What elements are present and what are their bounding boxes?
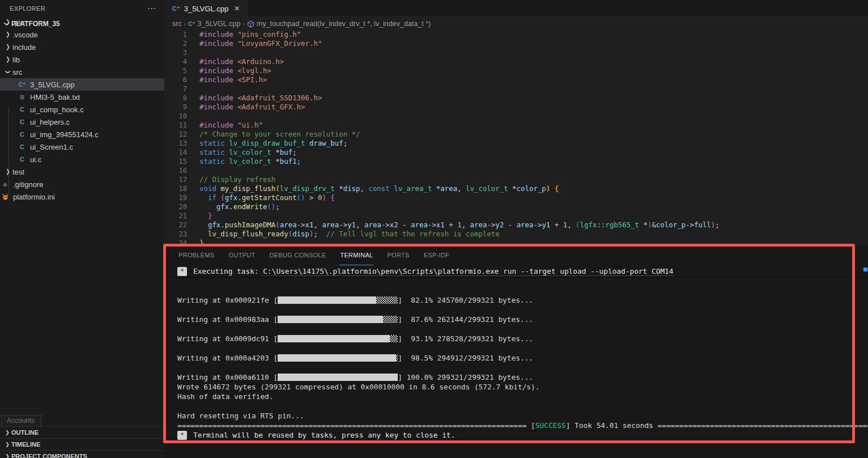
progress-bar-remainder bbox=[383, 316, 398, 323]
progress-detail: ] 93.1% 278528/299321 bytes... bbox=[398, 334, 533, 343]
progress-bar-fill bbox=[278, 354, 396, 362]
tree-file-hmi3-5-bak-txt[interactable]: ≣HMI3-5_bak.txt bbox=[0, 91, 164, 103]
tree-item-label: 3_5LVGL.cpp bbox=[30, 80, 75, 89]
terminal-success-line: ========================================… bbox=[177, 421, 868, 430]
progress-detail: ] 87.6% 262144/299321 bytes... bbox=[398, 315, 533, 324]
cpp-file-icon: C⁺ bbox=[188, 21, 195, 27]
breadcrumb-item[interactable]: C⁺3_5LVGL.cpp bbox=[188, 20, 240, 28]
code-text bbox=[187, 84, 199, 94]
code-editor[interactable]: 1#include "pins_config.h"2#include "Lovy… bbox=[164, 30, 868, 248]
line-number: 19 bbox=[164, 193, 187, 202]
more-actions-icon[interactable]: ⋯ bbox=[147, 3, 156, 14]
panel-tab-problems[interactable]: PROBLEMS bbox=[178, 245, 215, 265]
tree-item-label: ui.c bbox=[30, 155, 41, 164]
code-line: 18void my_disp_flush(lv_disp_drv_t *disp… bbox=[164, 184, 868, 193]
explorer-title: EXPLORER bbox=[10, 5, 45, 12]
chevron-right-icon: ❯ bbox=[3, 19, 12, 26]
progress-bar bbox=[278, 296, 398, 304]
progress-bar-remainder bbox=[390, 335, 398, 342]
code-text: /* Change to your screen resolution */ bbox=[187, 130, 360, 139]
panel-tab-output[interactable]: OUTPUT bbox=[228, 245, 256, 265]
success-badge: SUCCESS bbox=[535, 421, 566, 430]
section-project-components[interactable]: ❯PROJECT COMPONENTS bbox=[0, 450, 164, 458]
platformio-file-icon bbox=[0, 193, 10, 201]
task-text: Terminal will be reused by tasks, press … bbox=[193, 431, 455, 439]
c-file-icon: C bbox=[17, 106, 27, 113]
chevron-right-icon: ❯ bbox=[3, 430, 11, 435]
file-tree: ❯.pio❯.vscode❯include❯lib❯srcC⁺3_5LVGL.c… bbox=[0, 16, 164, 203]
line-number: 14 bbox=[164, 148, 187, 157]
tree-file-ui-comp-hook-c[interactable]: Cui_comp_hook.c bbox=[0, 103, 164, 116]
tree-file-platformio-ini[interactable]: platformio.ini bbox=[0, 190, 164, 203]
code-text: static lv_color_t *buf1; bbox=[187, 157, 301, 166]
symbol-method-icon bbox=[247, 20, 254, 28]
breadcrumb-item[interactable]: my_touchpad_read(lv_indev_drv_t *, lv_in… bbox=[247, 20, 431, 28]
task-badge: * bbox=[177, 431, 187, 440]
section-label: OUTLINE bbox=[11, 429, 39, 436]
panel-tab-ports[interactable]: PORTS bbox=[386, 245, 410, 265]
panel-tab-debug-console[interactable]: DEBUG CONSOLE bbox=[269, 245, 327, 265]
code-text: #include <Adafruit_SSD1306.h> bbox=[187, 94, 322, 103]
line-number: 18 bbox=[164, 184, 187, 193]
section-outline[interactable]: ❯OUTLINE bbox=[0, 426, 164, 438]
line-number: 17 bbox=[164, 175, 187, 184]
panel-tab-terminal[interactable]: TERMINAL bbox=[339, 245, 373, 265]
task-command-link[interactable]: C:\Users\14175\.platformio\penv\Scripts\… bbox=[263, 267, 673, 276]
vscode-window: EXPLORER ⋯ ❯ PLATFORM_35 ❯.pio❯.vscode❯i… bbox=[0, 0, 868, 458]
tree-file-ui-img-394551424-c[interactable]: Cui_img_394551424.c bbox=[0, 128, 164, 141]
code-line: 21 } bbox=[164, 211, 868, 220]
code-line: 8#include <Adafruit_SSD1306.h> bbox=[164, 94, 868, 103]
tab-3-5lvgl-cpp[interactable]: C⁺ 3_5LVGL.cpp ✕ bbox=[164, 0, 248, 17]
tree-folder-test[interactable]: ❯test bbox=[0, 166, 164, 178]
code-text: #include "LovyanGFX_Driver.h" bbox=[187, 39, 322, 48]
code-text: #include "ui.h" bbox=[187, 121, 263, 130]
code-line: 14static lv_color_t *buf; bbox=[164, 148, 868, 157]
tree-folder--vscode[interactable]: ❯.vscode bbox=[0, 28, 164, 41]
tree-file--gitignore[interactable]: ◆.gitignore bbox=[0, 178, 164, 190]
code-text: #include <Arduino.h> bbox=[187, 57, 284, 66]
progress-label: Writing at 0x000983aa bbox=[177, 315, 274, 324]
code-line: 23 lv_disp_flush_ready(disp); // Tell lv… bbox=[164, 230, 868, 239]
git-file-icon: ◆ bbox=[0, 181, 10, 188]
tree-folder--pio[interactable]: ❯.pio bbox=[0, 16, 164, 28]
tree-file-ui-screen1-c[interactable]: Cui_Screen1.c bbox=[0, 141, 164, 153]
code-line: 7 bbox=[164, 84, 868, 94]
tree-file-ui-c[interactable]: Cui.c bbox=[0, 153, 164, 166]
line-number: 6 bbox=[164, 75, 187, 84]
code-line: 6#include <SPI.h> bbox=[164, 75, 868, 84]
progress-label: Writing at 0x000a4203 bbox=[177, 354, 274, 362]
section-timeline[interactable]: ❯TIMELINE bbox=[0, 438, 164, 450]
tree-item-label: test bbox=[12, 168, 24, 176]
line-number: 3 bbox=[164, 48, 187, 57]
code-text: lv_disp_flush_ready(disp); // Tell lvgl … bbox=[187, 230, 500, 239]
c-file-icon: C bbox=[17, 143, 27, 150]
panel-tab-esp-idf[interactable]: ESP-IDF bbox=[423, 245, 450, 265]
chevron-right-icon: ❯ bbox=[3, 168, 12, 175]
code-text: void my_disp_flush(lv_disp_drv_t *disp, … bbox=[187, 184, 559, 193]
tree-folder-lib[interactable]: ❯lib bbox=[0, 53, 164, 66]
c-file-icon: C bbox=[17, 131, 27, 138]
cpp-file-icon: C⁺ bbox=[17, 82, 27, 88]
tree-file-3-5lvgl-cpp[interactable]: C⁺3_5LVGL.cpp bbox=[0, 78, 164, 91]
breadcrumb-item[interactable]: src bbox=[172, 20, 182, 28]
code-text: #include "pins_config.h" bbox=[187, 30, 301, 39]
terminal-output[interactable]: *Executing task: C:\Users\14175\.platfor… bbox=[164, 265, 868, 440]
code-text: // Display refresh bbox=[187, 175, 275, 184]
close-icon[interactable]: ✕ bbox=[232, 4, 241, 13]
tree-item-label: ui_img_394551424.c bbox=[30, 130, 99, 139]
tree-item-label: HMI3-5_bak.txt bbox=[30, 93, 80, 101]
code-line: 5#include <lvgl.h> bbox=[164, 66, 868, 75]
tree-folder-include[interactable]: ❯include bbox=[0, 41, 164, 53]
code-line: 1#include "pins_config.h" bbox=[164, 30, 868, 39]
terminal-progress-line: Writing at 0x000a4203 [] 98.5% 294912/29… bbox=[177, 353, 868, 363]
terminal-text-line: Hard resetting via RTS pin... bbox=[177, 411, 868, 421]
code-line: 13static lv_disp_draw_buf_t draw_buf; bbox=[164, 139, 868, 148]
text-file-icon: ≣ bbox=[17, 94, 27, 101]
tree-file-ui-helpers-c[interactable]: Cui_helpers.c bbox=[0, 116, 164, 128]
tree-folder-src[interactable]: ❯src bbox=[0, 66, 164, 78]
code-line: 15static lv_color_t *buf1; bbox=[164, 157, 868, 166]
code-text bbox=[187, 112, 199, 121]
breadcrumb: src›C⁺3_5LVGL.cpp›my_touchpad_read(lv_in… bbox=[164, 18, 868, 30]
progress-bar bbox=[278, 316, 398, 323]
accounts-label[interactable]: Accounts bbox=[1, 415, 41, 427]
